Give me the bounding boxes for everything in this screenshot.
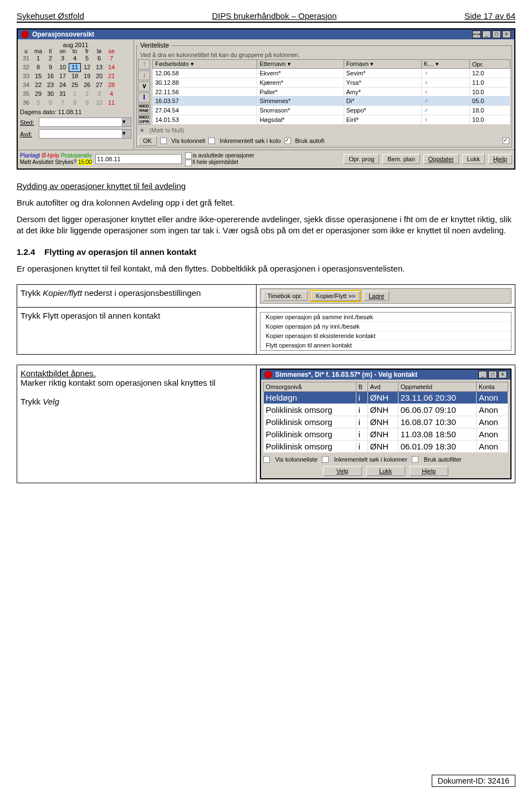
minimize-button[interactable]: _ xyxy=(478,371,487,378)
velg-button[interactable]: Velg xyxy=(323,466,362,476)
app-icon xyxy=(264,371,272,378)
instr2-left: Trykk Flytt operasjon til annen kontakt xyxy=(17,308,257,355)
kopier-flytt-button[interactable]: Kopier/Flytt >> xyxy=(311,291,361,301)
bottom-bar: Planlagt Ø-hjelp Postoperativ Møtt Avslu… xyxy=(18,150,514,168)
col-avd[interactable]: Avd xyxy=(367,382,398,392)
window-title-kontakt: Simmenes*, Di* f. 16.03.57* (m) - Velg k… xyxy=(275,371,418,378)
instruction-table-2: Kontaktbildet åpnes. Marker riktig konta… xyxy=(17,365,515,483)
section-p: Er operasjonen knyttet til feil kontakt,… xyxy=(17,263,515,274)
calendar-today: Dagens dato: 11.08.11 xyxy=(20,109,131,115)
instr3-left: Kontaktbildet åpnes. Marker riktig konta… xyxy=(17,365,257,483)
timebok-button[interactable]: Timebok opr. xyxy=(263,291,308,301)
ok-button[interactable]: OK xyxy=(138,136,157,146)
hjelp-button[interactable]: Hjelp xyxy=(488,154,512,164)
label-sted: Sted: xyxy=(20,119,39,126)
col-oppmotetid[interactable]: Oppmøtetid xyxy=(398,382,476,392)
col-fornavn[interactable]: Fornavn ▾ xyxy=(344,60,421,69)
instr1-right: Timebok opr. Kopier/Flytt >> Lagre xyxy=(256,285,515,308)
table-row[interactable]: 27.04.54Snorrason*Seppo*♂18.0 xyxy=(153,106,510,115)
titlebar: Operasjonsoversikt ⟺ _ □ × xyxy=(18,29,514,39)
col-b[interactable]: B xyxy=(356,382,367,392)
sort-desc-icon[interactable]: ↓ xyxy=(138,70,150,80)
med-rne-button[interactable]: MEDRNE xyxy=(138,104,150,114)
rydding-title: Rydding av operasjoner knyttet til feil … xyxy=(17,181,515,192)
minimize-button[interactable]: _ xyxy=(482,30,491,38)
rydding-p2: Dersom det ligger operasjoner knyttet el… xyxy=(17,214,515,237)
section-num: 1.2.4 xyxy=(17,247,35,257)
col-kontakt[interactable]: Konta xyxy=(476,382,508,392)
header-right: Side 17 av 64 xyxy=(464,11,515,21)
med-opr-button[interactable]: MEDOPR xyxy=(138,115,150,125)
col-opr[interactable]: Opr. xyxy=(470,60,510,69)
opr-prog-button[interactable]: Opr. prog xyxy=(344,154,379,164)
table-row[interactable]: 16.03.57Simmenes*Di*♂05.0 xyxy=(153,96,510,106)
bem-plan-button[interactable]: Bem. plan xyxy=(382,154,420,164)
venteliste-legend: Venteliste xyxy=(138,42,171,49)
pin-button[interactable]: ⟺ xyxy=(472,30,481,38)
table-row[interactable]: Poliklinisk omsorgiØNH06.06.07 09:10Anon xyxy=(263,404,508,416)
checkbox-autofilter[interactable] xyxy=(412,456,418,463)
options-row: OK Vis kolonneli Inkrementelt søk i kolo… xyxy=(138,136,510,146)
table-row[interactable]: 14.01.53Høgsdal*Eiril*♀10.0 xyxy=(153,115,510,125)
table-row[interactable]: Poliklinisk omsorgiØNH06.01.09 18:30Anon xyxy=(263,441,508,453)
close-button[interactable]: × xyxy=(502,30,511,38)
group-hint[interactable]: Ved å dra en kolonnetittel hit kan du gr… xyxy=(138,50,510,59)
menu-item-same[interactable]: Kopier operasjon på samme innl./besøk xyxy=(260,313,511,322)
filter-row: × (Møtt Is Null) xyxy=(138,127,510,134)
kopier-flytt-menu[interactable]: Kopier operasjon på samme innl./besøk Ko… xyxy=(260,312,511,351)
menu-item-flytt[interactable]: Flytt operasjon til annen kontakt xyxy=(260,341,511,350)
combo-sted[interactable]: ▾ xyxy=(39,117,131,127)
checkbox-extra[interactable] xyxy=(503,137,509,144)
checkbox-inkr-sok[interactable] xyxy=(322,456,329,463)
filter-close-icon[interactable]: × xyxy=(138,127,146,134)
section-title: Flytting av operasjon til annen kontakt xyxy=(44,247,196,257)
maximize-button[interactable]: □ xyxy=(492,30,501,38)
table-row[interactable]: Poliklinisk omsorgiØNH16.08.07 10:30Anon xyxy=(263,416,508,428)
checkbox-vis[interactable] xyxy=(160,137,167,144)
toggle-options: is avsluttede operasjoner ll hele skjerm… xyxy=(185,152,254,166)
hjelp-button[interactable]: Hjelp xyxy=(410,466,448,476)
venteliste-table[interactable]: Fødselsdato ▾ Etternavn ▾ Fornavn ▾ K… ▾… xyxy=(152,59,510,125)
combo-avd[interactable]: ▾ xyxy=(39,129,131,139)
date-input[interactable] xyxy=(95,154,182,164)
sort-collapse-icon[interactable]: ∨ xyxy=(138,81,150,91)
checkbox-vis-kolonne[interactable] xyxy=(263,456,270,463)
oppdater-button[interactable]: Oppdater xyxy=(423,154,459,164)
dropdown-icon[interactable]: ▾ xyxy=(122,130,131,138)
col-fodselsdato[interactable]: Fødselsdato ▾ xyxy=(153,60,257,69)
checkbox-bruk[interactable] xyxy=(284,137,291,144)
lukk-button[interactable]: Lukk xyxy=(366,466,405,476)
filter-text: (Møtt Is Null) xyxy=(149,127,510,134)
table-row[interactable]: 12.06.58Ekvern*Sevim*♀12.0 xyxy=(153,69,510,78)
menu-item-eksisterende[interactable]: Kopier operasjon til eksisterende kontak… xyxy=(260,331,511,341)
checkbox-hele[interactable] xyxy=(185,160,192,166)
dropdown-icon[interactable]: ▾ xyxy=(122,118,131,126)
calendar-grid[interactable]: 3112345673289101112131433151617181920213… xyxy=(20,54,131,108)
table-row[interactable]: HeldøgniØNH23.11.06 20:30Anon xyxy=(263,392,508,404)
menu-item-ny[interactable]: Kopier operasjon på ny innl./besøk xyxy=(260,322,511,331)
kontakt-table[interactable]: Omsorgsnivå B Avd Oppmøtetid Konta Heldø… xyxy=(263,382,508,453)
maximize-button[interactable]: □ xyxy=(488,371,497,378)
calendar-panel: aug 2011 umationtofrløsø 311234567328910… xyxy=(18,39,134,150)
lukk-button[interactable]: Lukk xyxy=(462,154,485,164)
page-header: Sykehuset Østfold DIPS brukerhåndbok – O… xyxy=(17,11,515,23)
section-1-2-4: 1.2.4 Flytting av operasjon til annen ko… xyxy=(17,247,515,275)
col-omsorgsniva[interactable]: Omsorgsnivå xyxy=(263,382,356,392)
col-etternavn[interactable]: Etternavn ▾ xyxy=(257,60,344,69)
sort-asc-icon[interactable]: ↑ xyxy=(138,59,150,69)
checkbox-inkr[interactable] xyxy=(208,137,215,144)
footer-dokument-id: Dokument-ID: 32416 xyxy=(432,775,515,787)
section-rydding: Rydding av operasjoner knyttet til feil … xyxy=(17,181,515,237)
table-row[interactable]: Poliklinisk omsorgiØNH11.03.08 18:50Anon xyxy=(263,428,508,441)
lagre-button[interactable]: Lagre xyxy=(364,291,389,301)
table-row[interactable]: 30.12.88Kjærem*Yrsa*♀11.0 xyxy=(153,78,510,87)
instr3-right: Simmenes*, Di* f. 16.03.57* (m) - Velg k… xyxy=(256,365,515,483)
close-button[interactable]: × xyxy=(498,371,507,378)
col-kjonn[interactable]: K… ▾ xyxy=(421,60,469,69)
checkbox-avsluttede[interactable] xyxy=(185,152,192,159)
info-icon[interactable]: I xyxy=(138,93,150,103)
instruction-table-1: Trykk Kopier/flytt nederst i operasjonsb… xyxy=(17,284,515,355)
table-row[interactable]: 22.11.56Paller*Amy*♀10.0 xyxy=(153,87,510,96)
venteliste-group: Venteliste Ved å dra en kolonnetittel hi… xyxy=(136,42,512,147)
calendar-month: aug 2011 xyxy=(20,42,131,48)
